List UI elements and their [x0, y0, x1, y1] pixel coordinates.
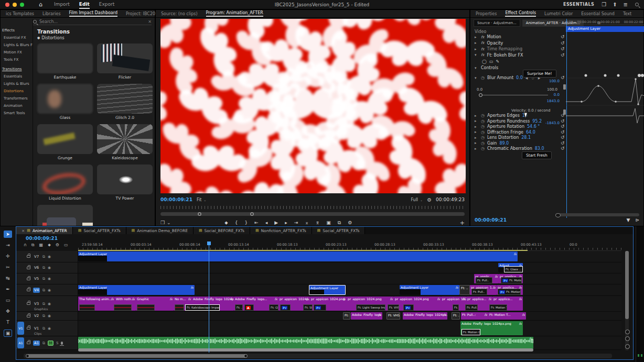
track-target-toggle[interactable]: A1: [33, 341, 40, 346]
reset-param-icon[interactable]: ↺: [561, 135, 565, 140]
stopwatch-icon[interactable]: ◷: [481, 146, 485, 151]
clip-thumbnail-ft-[interactable]: Ft: ..: [235, 304, 243, 311]
track-target-toggle[interactable]: V2: [33, 314, 40, 318]
chevron-down-icon[interactable]: ▾: [475, 66, 478, 70]
track-content-v4[interactable]: Adjustment LayerfxAdjustment LayerAdjust…: [78, 284, 621, 295]
vertical-scrollbar[interactable]: [625, 251, 629, 350]
clip-thumbnail[interactable]: Pr: [314, 304, 326, 311]
lock-track-icon[interactable]: [27, 267, 30, 269]
source-patch-a1[interactable]: A1: [17, 337, 24, 348]
go-to-out-button[interactable]: ⇥: [294, 220, 298, 225]
clip-thumbnail-ft-motion-c-[interactable]: Ft: Motion C..: [461, 329, 480, 335]
clip-thumbnail-ft-sl-[interactable]: Ft: Sl..: [303, 304, 313, 311]
transition-card-liquid-distortion[interactable]: Liquid Distortion: [37, 164, 93, 201]
sequence-tab-animation-demo-before[interactable]: ▤Animation Demo_BEFORE: [126, 227, 194, 234]
param-row-diffraction-fringe[interactable]: ▸◷Diffraction Fringe64.0: [475, 129, 535, 135]
chevron-right-icon[interactable]: ▸: [475, 141, 478, 145]
track-header-v4[interactable]: V4⧉◉: [16, 284, 78, 295]
scrollbar-thumb[interactable]: [27, 354, 247, 358]
param-row-gain[interactable]: ▸◷Gain89.0: [475, 140, 509, 146]
transition-card-traffic[interactable]: [37, 205, 93, 226]
graph-scale-handle[interactable]: [563, 109, 566, 115]
sidebar-item-motion-fx[interactable]: Motion FX: [1, 49, 33, 56]
reset-param-icon[interactable]: ↺: [561, 140, 565, 146]
effect-timeline-ruler[interactable]: 0:0000:00:20:0000:00:21:0000:00:22:00: [566, 19, 644, 25]
mute-track-button[interactable]: M: [48, 341, 53, 346]
chevron-right-icon[interactable]: ▸: [475, 119, 478, 123]
stopwatch-icon[interactable]: ◷: [481, 75, 485, 80]
tab-source-no-clips-[interactable]: Source: (no clips): [161, 12, 198, 16]
rectangle-tool[interactable]: ▭: [4, 297, 12, 304]
tab-film-impact-dashboard[interactable]: Film Impact Dashboard: [69, 10, 117, 17]
home-icon[interactable]: ⌂: [39, 1, 42, 8]
transition-card-grunge[interactable]: Grunge: [37, 124, 93, 160]
toggle-track-output-icon[interactable]: ◉: [48, 302, 51, 306]
play-around-icon[interactable]: ⊳: [635, 217, 639, 223]
tab-effect-controls[interactable]: Effect Controls: [505, 10, 536, 17]
clip-ft-pull-[interactable]: Ft: Pull..:fx: [461, 312, 488, 320]
transition-thumbnail[interactable]: [97, 124, 153, 154]
start-fresh-button[interactable]: Start Fresh: [522, 151, 552, 159]
clip-ft-[interactable]: Ft: ..: [343, 312, 350, 320]
button-editor-icon[interactable]: +: [460, 220, 465, 226]
captions-icon[interactable]: ▭: [64, 243, 68, 248]
transition-thumbnail[interactable]: [37, 124, 93, 154]
sidebar-item-tools-fx[interactable]: Tools FX: [1, 56, 33, 63]
hand-tool[interactable]: ✥: [4, 308, 12, 315]
track-target-toggle[interactable]: V7: [33, 255, 40, 259]
reset-param-icon[interactable]: ↺: [561, 124, 565, 129]
transition-thumbnail[interactable]: [37, 205, 93, 226]
sync-lock-icon[interactable]: ⧉: [42, 326, 45, 331]
track-header-a1[interactable]: A1A1⧉MS: [16, 336, 78, 349]
audio-clip[interactable]: fx: [78, 337, 533, 349]
transition-card-tv-power[interactable]: TV Power: [97, 164, 153, 201]
clip-thumbnail[interactable]: A: [244, 304, 254, 311]
chevron-right-icon[interactable]: ▸: [475, 130, 478, 134]
clip-thumbnail-ft-glit-[interactable]: Ft: Glit..: [269, 304, 278, 311]
voice-over-record-icon[interactable]: [61, 342, 63, 345]
playhead-timecode[interactable]: 00:00:09:21: [160, 197, 192, 202]
clip-adjustment-layer[interactable]: Adjustment Layerfx: [78, 251, 518, 261]
razor-tool[interactable]: ✂: [4, 264, 12, 271]
clip-thumbnail-ft-pull-[interactable]: Ft: Pull..: [476, 277, 492, 283]
track-content-v1[interactable]: Adobe_Firefly_logo_1024px.pngfxFt: Motio…: [78, 321, 621, 336]
menu-item-export[interactable]: Export: [99, 1, 114, 9]
track-content-v5[interactable]: pr_applic...fxpr_applico...fxFt: Pull..P…: [78, 273, 621, 284]
close-window-button[interactable]: [5, 3, 9, 7]
zoom-level-select[interactable]: Fit⌄: [197, 198, 206, 202]
sidebar-item-distortions[interactable]: Distortions: [1, 87, 33, 95]
param-value[interactable]: 0.0: [516, 75, 523, 80]
clip-adjustment-layer[interactable]: Adjustment Layerfx: [400, 285, 459, 295]
track-select-forward-tool[interactable]: ⇥: [4, 242, 12, 249]
search-icon[interactable]: [635, 3, 639, 6]
zoom-handle-right[interactable]: [244, 354, 248, 358]
effect-playhead-timecode[interactable]: 00:00:09:21: [475, 217, 507, 223]
clip-adobe-firefly-logo-[interactable]: Adobe_Firefly_logo_...fx: [351, 312, 382, 320]
tab-essential-sound[interactable]: Essential Sound: [581, 12, 615, 16]
clip-thumbnail-ft-pull-[interactable]: Ft: Pull..: [465, 304, 478, 311]
sequence-tab-animation-after[interactable]: ×▤Animation_AFTER: [16, 227, 73, 234]
param-value[interactable]: 89.0: [499, 141, 509, 146]
reset-param-icon[interactable]: ↺: [561, 40, 565, 46]
stopwatch-icon[interactable]: ◷: [481, 130, 485, 135]
ripple-edit-tool[interactable]: ✛: [4, 253, 12, 260]
slip-tool[interactable]: ↹: [4, 275, 12, 282]
clip-thumbnail-ft-pull-[interactable]: Ft: Pull..: [471, 289, 487, 295]
chevron-right-icon[interactable]: ▸: [475, 136, 478, 140]
param-value[interactable]: 83.0: [535, 146, 544, 151]
export-frame-button[interactable]: ▣: [326, 220, 331, 225]
zoom-handle-left[interactable]: [26, 354, 29, 358]
track-header-v7[interactable]: V7⧉◉: [16, 251, 78, 262]
sync-lock-icon[interactable]: ⧉: [42, 314, 45, 318]
param-value[interactable]: 28.1: [521, 135, 531, 140]
mark-out-button[interactable]: }: [244, 220, 248, 225]
toggle-track-output-icon[interactable]: ◉: [48, 255, 51, 259]
timeline-display-settings-icon[interactable]: ▦: [39, 243, 44, 248]
chevron-right-icon[interactable]: ▸: [475, 125, 478, 129]
transition-card-flicker[interactable]: Flicker: [97, 43, 153, 80]
clip-thumbnail[interactable]: [79, 304, 95, 311]
surprise-me-button[interactable]: Surprise Me!: [523, 70, 556, 78]
mark-in-button[interactable]: {: [235, 220, 238, 225]
track-target-toggle[interactable]: V3: [33, 302, 40, 306]
param-value[interactable]: 95.2: [532, 119, 542, 124]
